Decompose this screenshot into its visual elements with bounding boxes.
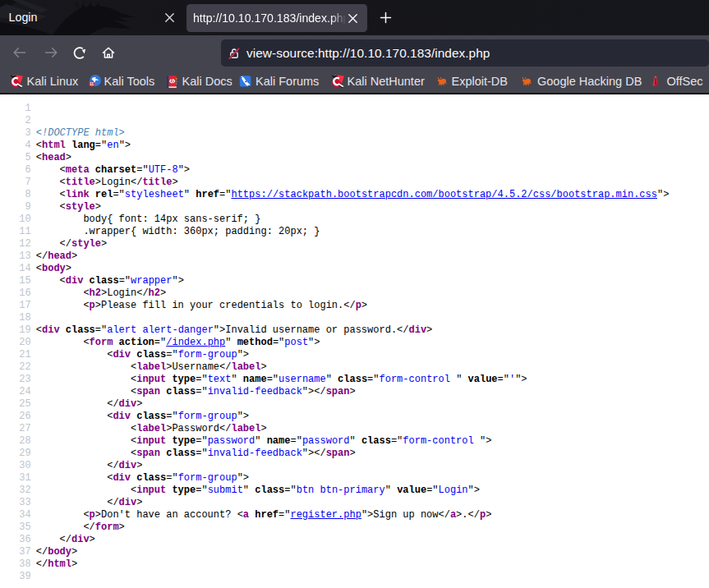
svg-text:11: 11: [90, 82, 94, 86]
